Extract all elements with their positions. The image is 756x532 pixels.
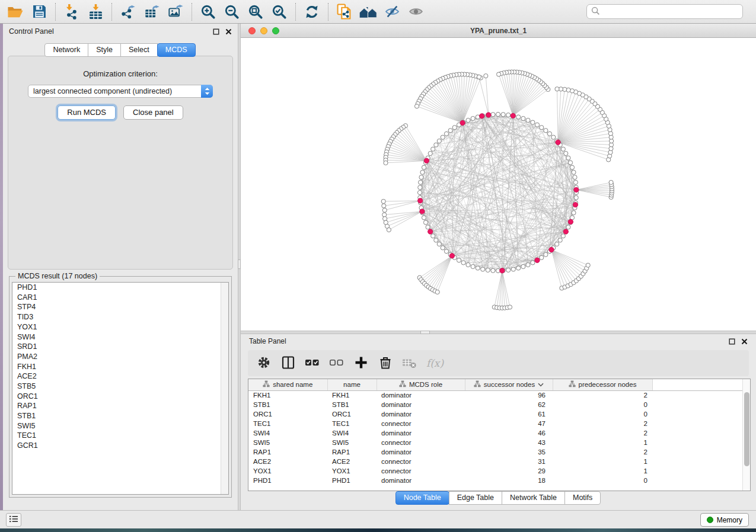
network-window-title: YPA_prune.txt_1 <box>470 27 527 35</box>
tab-network[interactable]: Network <box>44 43 88 57</box>
table-row[interactable]: PHD1PHD1dominator180 <box>248 476 750 485</box>
show-details-button[interactable] <box>404 1 428 23</box>
export-image-button[interactable] <box>164 1 187 23</box>
tab-mcds[interactable]: MCDS <box>157 43 196 57</box>
select-all-icon <box>305 355 320 371</box>
tab-select[interactable]: Select <box>120 43 158 57</box>
mcds-result-item[interactable]: RAP1 <box>12 401 228 411</box>
mcds-list-scrollbar[interactable] <box>221 283 228 494</box>
mcds-result-item[interactable]: FKH1 <box>12 362 228 372</box>
split-panel-button[interactable] <box>277 352 299 374</box>
column-header-successor-nodes[interactable]: successor nodes <box>465 379 553 390</box>
table-row[interactable]: TEC1TEC1connector472 <box>248 419 750 428</box>
mcds-result-item[interactable]: TID3 <box>12 312 228 322</box>
import-network-button[interactable] <box>60 1 84 23</box>
hide-details-button[interactable] <box>380 1 404 23</box>
open-session-button[interactable] <box>4 1 27 23</box>
close-table-panel-icon[interactable] <box>741 338 748 345</box>
toolbar-separator <box>55 3 56 21</box>
zoom-out-button[interactable] <box>220 1 244 23</box>
zoom-in-button[interactable] <box>196 1 220 23</box>
delete-column-button[interactable] <box>374 352 396 374</box>
close-panel-button[interactable]: Close panel <box>123 105 183 120</box>
mcds-result-item[interactable]: CAR1 <box>12 293 228 303</box>
node-table: shared namenameMCDS rolesuccessor nodesp… <box>248 379 750 485</box>
table-scrollbar-thumb[interactable] <box>744 392 749 466</box>
zoom-fit-button[interactable] <box>244 1 267 23</box>
delete-table-button[interactable] <box>398 352 420 374</box>
search-box[interactable] <box>586 4 743 19</box>
float-panel-icon[interactable] <box>212 28 219 35</box>
tab-node-table[interactable]: Node Table <box>395 491 449 505</box>
houses-button[interactable] <box>356 1 380 23</box>
deselect-all-button[interactable] <box>326 352 347 374</box>
table-cell: 0 <box>553 476 652 485</box>
mcds-result-item[interactable]: STB5 <box>12 382 228 392</box>
table-row[interactable]: SWI5SWI5connector431 <box>248 438 750 447</box>
memory-button[interactable]: Memory <box>700 513 749 527</box>
save-session-button[interactable] <box>27 1 51 23</box>
tab-network-table[interactable]: Network Table <box>502 491 565 505</box>
mcds-result-item[interactable]: ACE2 <box>12 371 228 382</box>
toolbar-separator <box>295 3 296 21</box>
search-input[interactable] <box>603 8 738 16</box>
node-table-header-row: shared namenameMCDS rolesuccessor nodesp… <box>248 379 750 390</box>
mcds-result-item[interactable]: GCR1 <box>12 441 228 451</box>
network-window-titlebar[interactable]: YPA_prune.txt_1 <box>241 24 756 38</box>
import-table-button[interactable] <box>84 1 107 23</box>
mcds-result-item[interactable]: ORC1 <box>12 392 228 402</box>
table-row[interactable]: SWI4SWI4dominator462 <box>248 428 750 438</box>
hide-details-icon <box>384 4 400 19</box>
table-cell: 61 <box>465 409 553 419</box>
table-panel-title: Table Panel <box>249 337 286 345</box>
select-all-button[interactable] <box>301 352 323 374</box>
mcds-result-item[interactable]: SWI5 <box>12 421 228 431</box>
table-row[interactable]: FKH1FKH1dominator962 <box>248 390 750 400</box>
table-settings-button[interactable] <box>253 352 275 374</box>
table-scrollbar[interactable] <box>742 379 750 491</box>
network-canvas[interactable] <box>241 38 756 331</box>
clone-network-button[interactable] <box>333 1 356 23</box>
zoom-selected-button[interactable] <box>267 1 291 23</box>
export-table-button[interactable] <box>140 1 164 23</box>
mcds-result-item[interactable]: PHD1 <box>12 283 228 293</box>
column-header-shared-name[interactable]: shared name <box>248 379 327 390</box>
table-row[interactable]: ACE2ACE2connector311 <box>248 457 750 466</box>
export-network-button[interactable] <box>116 1 140 23</box>
mcds-result-item[interactable]: STP4 <box>12 302 228 312</box>
function-builder-button[interactable]: f(x) <box>423 352 445 374</box>
attribute-tree-icon <box>569 380 576 389</box>
tab-style[interactable]: Style <box>88 43 121 57</box>
tab-edge-table[interactable]: Edge Table <box>449 491 502 505</box>
column-header-predecessor-nodes[interactable]: predecessor nodes <box>553 379 652 390</box>
table-cell: SWI5 <box>327 438 377 447</box>
close-traffic-light[interactable] <box>248 27 256 34</box>
add-column-button[interactable] <box>350 352 372 374</box>
table-row[interactable]: ORC1ORC1dominator610 <box>248 409 750 419</box>
network-graph-svg[interactable] <box>241 38 756 331</box>
network-view-window: YPA_prune.txt_1 <box>241 24 756 331</box>
mcds-result-item[interactable]: STB1 <box>12 411 228 421</box>
minimize-traffic-light[interactable] <box>260 27 267 34</box>
mcds-result-item[interactable]: YOX1 <box>12 322 228 332</box>
tab-motifs[interactable]: Motifs <box>564 491 601 505</box>
table-row[interactable]: YOX1YOX1connector291 <box>248 466 750 476</box>
column-header-mcds-role[interactable]: MCDS role <box>377 379 465 390</box>
table-row[interactable]: RAP1RAP1dominator352 <box>248 447 750 457</box>
run-mcds-button[interactable]: Run MCDS <box>58 105 116 120</box>
mcds-result-list[interactable]: PHD1CAR1STP4TID3YOX1SWI4SRD1PMA2FKH1ACE2… <box>12 282 229 495</box>
float-table-panel-icon[interactable] <box>728 338 735 345</box>
table-cell: SWI4 <box>248 428 327 438</box>
refresh-view-button[interactable] <box>300 1 324 23</box>
criterion-dropdown[interactable]: largest connected component (undirected) <box>28 85 213 98</box>
column-header-name[interactable]: name <box>327 379 377 390</box>
mcds-result-item[interactable]: SWI4 <box>12 332 228 342</box>
mcds-result-item[interactable]: SRD1 <box>12 342 228 352</box>
mcds-result-item[interactable]: PMA2 <box>12 352 228 362</box>
table-row[interactable]: STB1STB1dominator620 <box>248 400 750 409</box>
close-panel-icon[interactable] <box>225 28 232 35</box>
zoom-traffic-light[interactable] <box>272 27 279 34</box>
mcds-result-item[interactable]: TEC1 <box>12 431 228 441</box>
table-cell: 1 <box>553 457 652 466</box>
task-history-button[interactable] <box>6 513 21 527</box>
